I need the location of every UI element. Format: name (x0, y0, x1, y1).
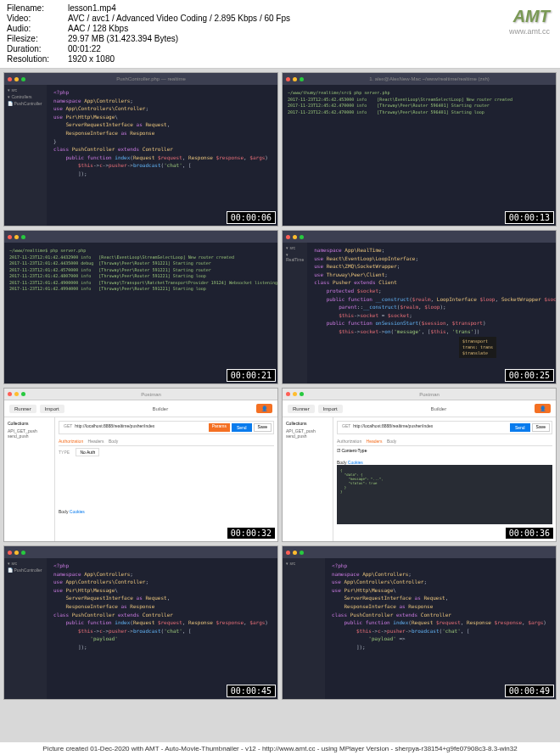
thumbnail-6: Postman Runner Import Builder 👤 Collecti… (282, 388, 557, 542)
headers-tab[interactable]: Headers (88, 439, 104, 444)
postman-main: GET http://localhost:8888/realtime/pushe… (55, 417, 277, 541)
thumbnail-8: ▾ src <?php namespace App\Controllers; u… (282, 545, 557, 700)
timestamp: 00:00:25 (505, 369, 554, 382)
close-icon (286, 392, 290, 396)
video-label: Video: (7, 14, 68, 23)
user-badge[interactable]: 👤 (256, 404, 272, 413)
timestamp: 00:00:32 (227, 527, 276, 540)
timestamp: 00:00:06 (227, 211, 276, 224)
timestamp: 00:00:13 (505, 211, 554, 224)
terminal: ~/www/thumy/realtime/src$ php server.php… (283, 85, 556, 120)
file-sidebar: ▾ src ▾ RealTime (283, 243, 307, 383)
maximize-icon (21, 77, 25, 81)
resolution-label: Resolution: (7, 54, 68, 64)
thumbnail-4: ▾ src ▾ RealTime namespace App\RealTime;… (282, 230, 557, 384)
code-editor: <?php namespace App\Controllers; use App… (47, 558, 277, 699)
send-button[interactable]: Send (510, 423, 530, 432)
duration-value: 00:01:22 (68, 44, 101, 53)
postman-toolbar: Runner Import Builder 👤 (4, 400, 277, 417)
timestamp: 00:00:49 (505, 685, 554, 697)
file-sidebar: ▾ src ▾ Controllers 📄 PushController (4, 85, 47, 226)
response-body: { "data": { "message": "...", "status": … (337, 465, 552, 524)
postman-toolbar: Runner Import Builder 👤 (283, 400, 556, 417)
minimize-icon (14, 392, 19, 396)
thumbnail-1: PushController.php — realtime ▾ src ▾ Co… (3, 72, 278, 226)
auth-type-select[interactable]: No Auth (76, 448, 99, 456)
thumbnail-grid: PushController.php — realtime ▾ src ▾ Co… (0, 69, 560, 703)
save-button[interactable]: Save (532, 423, 550, 432)
window-title: Postman (306, 392, 552, 397)
window-titlebar: PushController.php — realtime (4, 73, 277, 85)
minimize-icon (14, 551, 19, 555)
filename-value: lesson1.mp4 (68, 3, 116, 13)
minimize-icon (293, 392, 297, 396)
window-titlebar (283, 231, 556, 243)
timestamp: 00:00:45 (227, 685, 276, 697)
window-titlebar: 1. alex@AlexNew-Mac ~/www/realtime/realt… (283, 73, 556, 85)
builder-tab[interactable]: Builder (346, 406, 531, 411)
window-titlebar (4, 231, 277, 243)
runner-button[interactable]: Runner (288, 405, 315, 413)
postman-sidebar: Collections API_GET_push send_push (4, 417, 55, 541)
window-titlebar: Postman (283, 389, 556, 400)
window-titlebar: Postman (4, 389, 277, 400)
timestamp: 00:00:21 (227, 369, 276, 382)
thumbnail-5: Postman Runner Import Builder 👤 Collecti… (3, 388, 278, 542)
close-icon (286, 235, 290, 239)
maximize-icon (300, 235, 304, 239)
body-tab[interactable]: Body (109, 439, 118, 444)
import-button[interactable]: Import (40, 405, 64, 413)
save-button[interactable]: Save (254, 423, 272, 432)
send-button[interactable]: Send (232, 423, 252, 432)
close-icon (8, 77, 12, 81)
code-editor: namespace App\RealTime; use React\EventL… (307, 243, 557, 383)
amt-url: www.amt.cc (509, 27, 550, 36)
thumbnail-2: 1. alex@AlexNew-Mac ~/www/realtime/realt… (282, 72, 557, 226)
maximize-icon (21, 235, 25, 239)
timestamp: 00:00:36 (505, 527, 554, 540)
code-editor: <?php namespace App\Controllers; use App… (325, 558, 556, 699)
user-badge[interactable]: 👤 (535, 404, 551, 413)
postman-main: GET http://localhost:8888/realtime/pushe… (333, 417, 556, 541)
file-sidebar: ▾ src 📄 PushController (4, 558, 47, 699)
body-section: Body Cookies (59, 509, 274, 514)
maximize-icon (21, 392, 25, 396)
minimize-icon (293, 551, 297, 555)
import-button[interactable]: Import (318, 405, 343, 413)
maximize-icon (21, 551, 25, 555)
code-editor: <?php namespace App\Controllers; use App… (47, 85, 277, 226)
metadata-header: Filename:lesson1.mp4 Video:AVC / avc1 / … (0, 0, 560, 69)
params-button[interactable]: Params (209, 423, 230, 432)
maximize-icon (300, 392, 304, 396)
maximize-icon (300, 551, 304, 555)
window-titlebar (283, 546, 556, 558)
minimize-icon (14, 77, 19, 81)
headers-tab[interactable]: Headers (367, 439, 383, 444)
filesize-label: Filesize: (7, 34, 68, 43)
method-select[interactable]: GET (61, 423, 75, 432)
duration-label: Duration: (7, 44, 68, 53)
close-icon (286, 77, 290, 81)
filesize-value: 29.97 MB (31.423.394 Bytes) (68, 34, 178, 43)
thumbnail-3: ~/www/realtime$ php server.php 2017-11-2… (3, 230, 278, 384)
audio-label: Audio: (7, 24, 68, 33)
window-title: Postman (28, 392, 274, 397)
audio-value: AAC / 128 Kbps (68, 24, 128, 33)
auth-tab[interactable]: Authorization (59, 439, 83, 444)
autocomplete-tooltip: $transport trans: trans $translate (459, 337, 496, 358)
method-select[interactable]: GET (339, 423, 353, 432)
runner-button[interactable]: Runner (9, 405, 36, 413)
window-title: 1. alex@AlexNew-Mac ~/www/realtime/realt… (306, 76, 552, 81)
close-icon (8, 392, 12, 396)
url-input[interactable]: http://localhost:8888/realtime/pusher/in… (353, 423, 508, 432)
minimize-icon (14, 235, 19, 239)
builder-tab[interactable]: Builder (68, 406, 253, 411)
close-icon (286, 551, 290, 555)
file-sidebar: ▾ src (283, 558, 325, 699)
minimize-icon (293, 77, 297, 81)
url-input[interactable]: http://localhost:8888/realtime/pusher/in… (75, 423, 208, 432)
resolution-value: 1920 x 1080 (68, 54, 115, 64)
postman-sidebar: Collections API_GET_push send_push (283, 417, 333, 541)
amt-logo: AMT (513, 7, 550, 26)
video-value: AVC / avc1 / Advanced Video Coding / 2.8… (68, 14, 290, 23)
